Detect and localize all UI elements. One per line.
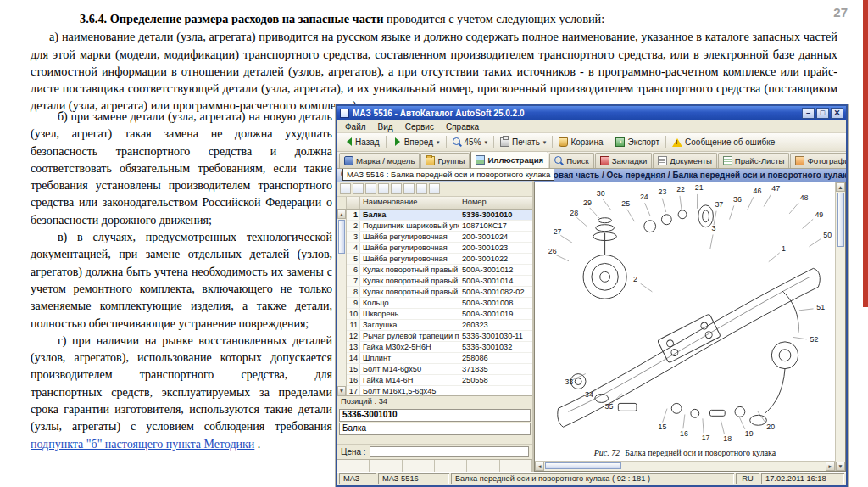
parts-row[interactable]: 1Балка5336-3001010 [347, 210, 532, 221]
back-button[interactable]: Назад [340, 136, 383, 148]
export-button[interactable]: Экспорт [612, 136, 663, 148]
tab-illustration[interactable]: Иллюстрация [470, 152, 548, 168]
scroll-right-icon[interactable]: ► [826, 462, 835, 471]
scroll-up-icon[interactable]: ▲ [337, 210, 346, 219]
parts-row[interactable]: 8Кулак поворотный правый500А-3001082-02 [347, 287, 532, 298]
maximize-button[interactable]: □ [816, 108, 829, 119]
bookmark-icon [600, 156, 609, 165]
part-name: Подшипник шариковый упорный шкм [360, 221, 459, 231]
parts-row[interactable]: 11Заглушка260323 [347, 320, 532, 331]
figure-title: Балка передней оси и поворотного кулака [625, 448, 776, 457]
diagram-callout: 23 [659, 188, 667, 196]
parts-row[interactable]: 14Шплинт258086 [347, 353, 532, 364]
scroll-thumb[interactable] [545, 462, 621, 469]
parts-footer-cells [337, 459, 532, 472]
parts-row[interactable]: 12Рычаг рулевой трапеции правый5336-3001… [347, 331, 532, 342]
scroll-left-icon[interactable]: ◄ [535, 462, 544, 471]
diagram-callout: 50 [823, 231, 832, 239]
menu-item[interactable]: Вид [372, 122, 399, 132]
parts-toolbar-icon[interactable] [416, 183, 427, 194]
parts-toolbar-icon[interactable] [365, 183, 376, 194]
parts-row[interactable]: 9Кольцо500А-3001008 [347, 298, 532, 309]
print-button[interactable]: Печать▾ [497, 136, 549, 148]
parts-row[interactable]: 13Гайка М30х2-5Н6Н5336-3001032 [347, 342, 532, 353]
photo-icon [795, 156, 804, 165]
diagram-callout: 37 [715, 200, 723, 209]
tab-photos[interactable]: Фотографии [790, 153, 846, 168]
tab-brand-model[interactable]: Марка / модель [339, 153, 420, 168]
part-name: Болт М14-6gх50 [360, 364, 459, 374]
diagram-callout: 27 [554, 227, 562, 236]
parts-toolbar-icon[interactable] [340, 183, 351, 194]
parts-toolbar-icon[interactable] [353, 183, 364, 194]
diagram-callout: 25 [621, 199, 630, 208]
scroll-thumb[interactable] [338, 220, 345, 254]
tab-groups[interactable]: Группы [420, 153, 470, 168]
part-name: Шплинт [360, 353, 459, 363]
part-number: 200-3001023 [459, 243, 532, 253]
vertical-scrollbar[interactable]: ▲ ▼ [835, 182, 845, 471]
forward-button[interactable]: Вперед▾ [389, 136, 443, 148]
row-index: 5 [347, 254, 360, 264]
scroll-up-icon[interactable]: ▲ [836, 182, 845, 192]
close-button[interactable]: ✕ [831, 108, 843, 119]
tab-search[interactable]: Поиск [549, 153, 594, 168]
diagram-callout: 15 [659, 423, 667, 431]
toolbar-button-label: Печать [512, 137, 540, 147]
parts-row[interactable]: 6Кулак поворотный правый в сборе500А-300… [347, 265, 532, 276]
parts-toolbar-icon[interactable] [429, 183, 440, 194]
parts-row[interactable]: 10Шкворень500А-3001019 [347, 309, 532, 320]
illustration-panel: Ходовая часть / Ось передняя / Балка пер… [534, 169, 846, 472]
part-name: Шайба регулировочная [360, 243, 459, 253]
part-number: 500А-3001019 [459, 309, 532, 319]
basket-button[interactable]: Корзина [555, 136, 606, 148]
window-titlebar[interactable]: МАЗ 5516 - АвтоКаталог AutoSoft 25.0.2.0… [337, 106, 846, 120]
parts-scrollbar[interactable]: ▲ ▼ [337, 210, 347, 395]
parts-row[interactable]: 3Шайба регулировочная200-3001024 [347, 232, 532, 243]
column-name[interactable]: Наименование [360, 197, 459, 209]
parts-row[interactable]: 17Болт М16х1,5-6gх45 [347, 386, 532, 395]
minimize-button[interactable]: – [802, 108, 815, 119]
method-subpoint-link[interactable]: подпункта "б" настоящего пункта Методики [31, 438, 254, 451]
parts-row[interactable]: 15Болт М14-6gх50371835 [347, 364, 532, 375]
part-name: Болт М16х1,5-6gх45 [360, 386, 459, 395]
diagram-callout: 33 [565, 378, 573, 386]
menu-item[interactable]: Файл [339, 122, 372, 132]
window-buttons: – □ ✕ [802, 108, 843, 119]
status-language: RU [736, 473, 760, 484]
zoom-select[interactable]: 45%▾ [449, 136, 492, 148]
parts-toolbar-icon[interactable] [403, 183, 415, 194]
dropdown-caret-icon: ▾ [437, 139, 440, 146]
toolbar-button-label: Вперед [404, 137, 433, 147]
scroll-down-icon[interactable]: ▼ [337, 386, 346, 395]
parts-panel: Список деталей Наименование Номер [337, 169, 534, 472]
tab-documents[interactable]: Документы [653, 153, 716, 168]
illustration-breadcrumb: Ходовая часть / Ось передняя / Балка пер… [534, 169, 846, 182]
price-value-field[interactable] [370, 446, 529, 457]
parts-row[interactable]: 7Кулак поворотный правый500А-3001014 [347, 276, 532, 287]
price-row: Цена : [337, 444, 532, 459]
horizontal-scrollbar[interactable]: ◄ ► [535, 461, 835, 471]
axle-drawing[interactable]: 3029282726252423222137364647484950312515… [535, 182, 835, 461]
tab-label: Фотографии [807, 156, 846, 165]
parts-row[interactable]: 4Шайба регулировочная200-3001023 [347, 243, 532, 254]
scroll-down-icon[interactable]: ▼ [836, 462, 845, 471]
parts-toolbar [337, 182, 532, 197]
row-index: 2 [347, 221, 360, 231]
tab-bookmarks[interactable]: Закладки [595, 153, 653, 168]
menu-item[interactable]: Сервис [399, 122, 440, 132]
parts-row[interactable]: 16Гайка М14-6Н250558 [347, 375, 532, 386]
error-report-button[interactable]: Сообщение об ошибке [669, 136, 778, 148]
parts-toolbar-icon[interactable] [391, 183, 402, 194]
column-number[interactable]: Номер [459, 197, 532, 209]
scroll-thumb[interactable] [837, 193, 844, 247]
parts-row[interactable]: 5Шайба регулировочная200-3001022 [347, 254, 532, 265]
parts-toolbar-icon[interactable] [378, 183, 389, 194]
parts-row[interactable]: 2Подшипник шариковый упорный шкм108710КС… [347, 221, 532, 232]
tab-pricelists[interactable]: Прайс-Листы [718, 153, 790, 168]
menu-item[interactable]: Справка [440, 122, 485, 132]
part-name: Кулак поворотный правый [360, 276, 459, 286]
figure-label: Рис. 72 [594, 448, 620, 457]
row-index: 15 [347, 364, 360, 374]
positions-count: Позиций : 34 [337, 395, 532, 407]
